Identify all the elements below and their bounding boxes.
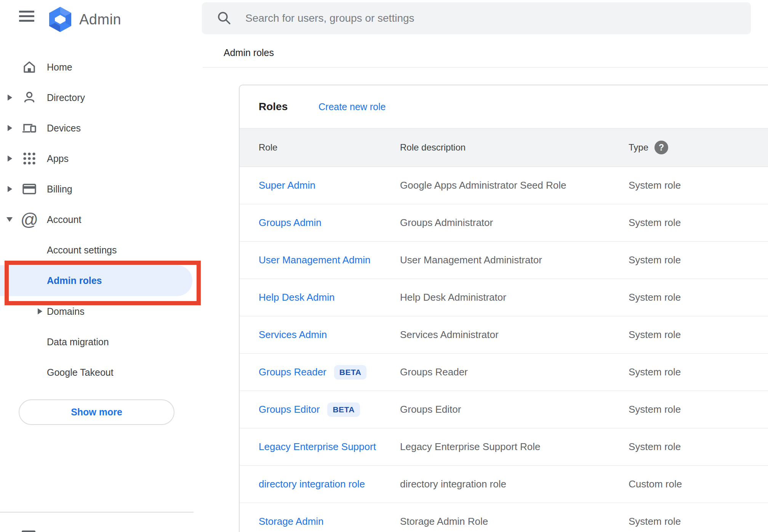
admin-logo: Admin <box>49 5 121 34</box>
table-row: directory integration roledirectory inte… <box>240 466 768 503</box>
role-description-cell: Google Apps Administrator Seed Role <box>400 179 629 191</box>
role-link[interactable]: Help Desk Admin <box>259 292 334 303</box>
role-cell: directory integration role <box>259 478 400 490</box>
search-icon <box>216 11 232 26</box>
role-description-cell: Groups Editor <box>400 404 629 415</box>
table-row: User Management AdminUser Management Adm… <box>240 242 768 279</box>
column-header-role: Role <box>259 142 400 153</box>
help-icon[interactable]: ? <box>654 141 668 154</box>
beta-badge: BETA <box>334 365 367 380</box>
sidebar-item-directory[interactable]: Directory <box>0 82 192 113</box>
role-link[interactable]: Groups Reader <box>259 366 326 378</box>
role-description-cell: Services Administrator <box>400 329 629 341</box>
role-cell: Groups ReaderBETA <box>259 365 400 380</box>
sidebar-item-apps[interactable]: Apps <box>0 143 192 174</box>
home-icon <box>21 59 37 75</box>
column-header-type: Type ? <box>629 141 768 154</box>
beta-badge: BETA <box>327 402 360 417</box>
roles-card: Roles Create new role Role Role descript… <box>239 85 768 532</box>
expand-arrow-icon[interactable] <box>38 308 42 314</box>
create-new-role-link[interactable]: Create new role <box>318 101 386 112</box>
role-link[interactable]: Legacy Enterprise Support <box>259 441 376 453</box>
role-cell: User Management Admin <box>259 254 400 266</box>
sidebar-item-account-settings[interactable]: Account settings <box>0 235 192 265</box>
sidebar-item-home[interactable]: Home <box>0 52 192 82</box>
sidebar: Admin HomeDirectoryDevicesAppsBilling@Ac… <box>0 0 202 532</box>
table-row: Groups EditorBETAGroups EditorSystem rol… <box>240 391 768 428</box>
table-header-row: Role Role description Type ? <box>240 128 768 167</box>
table-row: Groups ReaderBETAGroups ReaderSystem rol… <box>240 354 768 391</box>
sidebar-item-domains[interactable]: Domains <box>0 296 192 327</box>
table-body: Super AdminGoogle Apps Administrator See… <box>240 167 768 532</box>
breadcrumb: Admin roles <box>224 47 274 58</box>
role-type-cell: System role <box>629 441 768 453</box>
sidebar-item-label: Home <box>47 62 72 73</box>
column-header-description: Role description <box>400 142 629 153</box>
expand-arrow-icon[interactable] <box>8 186 12 192</box>
role-type-cell: System role <box>629 404 768 415</box>
expand-arrow-icon[interactable] <box>8 125 12 131</box>
sidebar-item-label: Account settings <box>47 245 117 256</box>
sidebar-item-google-takeout[interactable]: Google Takeout <box>0 357 192 388</box>
role-type-cell: System role <box>629 366 768 378</box>
sidebar-header: Admin <box>0 0 202 52</box>
sidebar-item-devices[interactable]: Devices <box>0 113 192 143</box>
hamburger-menu-icon[interactable] <box>19 10 34 22</box>
sidebar-item-admin-roles[interactable]: Admin roles <box>0 265 192 296</box>
role-cell: Groups Admin <box>259 217 400 229</box>
sidebar-item-label: Domains <box>47 306 85 317</box>
expand-arrow-icon[interactable] <box>8 155 12 162</box>
sidebar-item-label: Billing <box>47 184 72 195</box>
credit-card-icon <box>21 181 37 197</box>
roles-card-titlebar: Roles Create new role <box>240 85 768 128</box>
expand-arrow-icon[interactable] <box>8 95 12 101</box>
table-row: Groups AdminGroups AdministratorSystem r… <box>240 204 768 242</box>
sidebar-item-label: Devices <box>47 123 81 134</box>
role-link[interactable]: Services Admin <box>259 329 327 341</box>
table-row: Super AdminGoogle Apps Administrator See… <box>240 167 768 204</box>
at-sign-icon: @ <box>21 212 37 228</box>
role-link[interactable]: Groups Editor <box>259 404 320 415</box>
role-link[interactable]: User Management Admin <box>259 254 370 266</box>
person-icon <box>21 90 37 106</box>
role-link[interactable]: Groups Admin <box>259 217 322 229</box>
role-link[interactable]: Super Admin <box>259 179 315 191</box>
role-link[interactable]: directory integration role <box>259 478 365 490</box>
sidebar-item-data-migration[interactable]: Data migration <box>0 327 192 357</box>
sidebar-item-label: Data migration <box>47 337 109 348</box>
admin-logo-text: Admin <box>79 11 121 28</box>
role-type-cell: System role <box>629 329 768 341</box>
role-type-cell: System role <box>629 516 768 527</box>
sidebar-item-label: Admin roles <box>47 275 102 286</box>
role-cell: Legacy Enterprise Support <box>259 441 400 453</box>
sidebar-item-label: Apps <box>47 153 69 164</box>
role-cell: Super Admin <box>259 179 400 191</box>
role-cell: Services Admin <box>259 329 400 341</box>
search-input[interactable] <box>245 12 751 24</box>
table-row: Services AdminServices AdministratorSyst… <box>240 316 768 354</box>
role-type-cell: System role <box>629 254 768 266</box>
header-divider <box>203 67 768 67</box>
sidebar-item-label: Account <box>47 214 81 225</box>
partially-visible-icon <box>22 530 35 532</box>
show-more-button[interactable]: Show more <box>19 399 174 425</box>
sidebar-bottom-divider <box>0 512 194 513</box>
sidebar-item-account[interactable]: @Account <box>0 204 192 235</box>
role-type-cell: Custom role <box>629 478 768 490</box>
sidebar-nav: HomeDirectoryDevicesAppsBilling@AccountA… <box>0 52 202 388</box>
role-link[interactable]: Storage Admin <box>259 516 324 527</box>
search-bar[interactable] <box>202 2 751 34</box>
role-type-cell: System role <box>629 179 768 191</box>
table-row: Storage AdminStorage Admin RoleSystem ro… <box>240 503 768 532</box>
collapse-arrow-icon[interactable] <box>6 217 13 222</box>
role-description-cell: Groups Reader <box>400 366 629 378</box>
role-cell: Storage Admin <box>259 516 400 527</box>
roles-title: Roles <box>259 101 288 113</box>
sidebar-item-billing[interactable]: Billing <box>0 174 192 204</box>
sidebar-item-label: Directory <box>47 92 85 103</box>
apps-grid-icon <box>21 151 37 167</box>
devices-icon <box>21 120 37 136</box>
role-cell: Groups EditorBETA <box>259 402 400 417</box>
role-description-cell: directory integration role <box>400 478 629 490</box>
role-cell: Help Desk Admin <box>259 292 400 303</box>
